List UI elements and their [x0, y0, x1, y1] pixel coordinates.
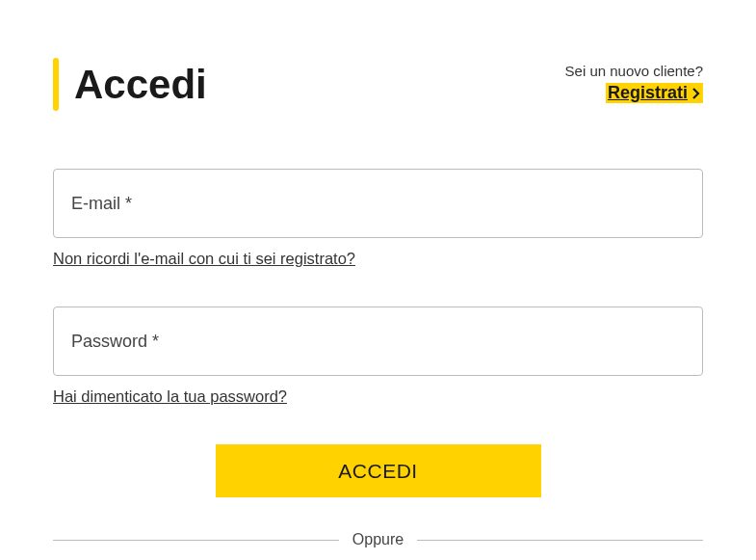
accent-bar	[53, 58, 59, 111]
email-field-wrapper[interactable]: E-mail *	[53, 169, 703, 238]
register-block: Sei un nuovo cliente? Registrati	[565, 58, 703, 103]
register-link-label: Registrati	[608, 83, 688, 103]
divider-line-left	[53, 540, 339, 541]
title-group: Accedi	[53, 58, 207, 111]
register-link[interactable]: Registrati	[606, 83, 703, 103]
password-input[interactable]	[71, 332, 685, 352]
header-row: Accedi Sei un nuovo cliente? Registrati	[53, 58, 703, 111]
page-title: Accedi	[74, 62, 207, 108]
password-field-wrapper[interactable]: Password *	[53, 307, 703, 376]
email-input[interactable]	[71, 194, 685, 214]
divider: Oppure	[53, 531, 703, 548]
forgot-password-link[interactable]: Hai dimenticato la tua password?	[53, 387, 287, 406]
chevron-right-icon	[691, 87, 701, 100]
divider-text: Oppure	[339, 531, 417, 548]
register-prompt: Sei un nuovo cliente?	[565, 63, 703, 79]
divider-line-right	[417, 540, 703, 541]
login-button[interactable]: ACCEDI	[216, 444, 541, 497]
forgot-email-link[interactable]: Non ricordi l'e-mail con cui ti sei regi…	[53, 250, 355, 268]
